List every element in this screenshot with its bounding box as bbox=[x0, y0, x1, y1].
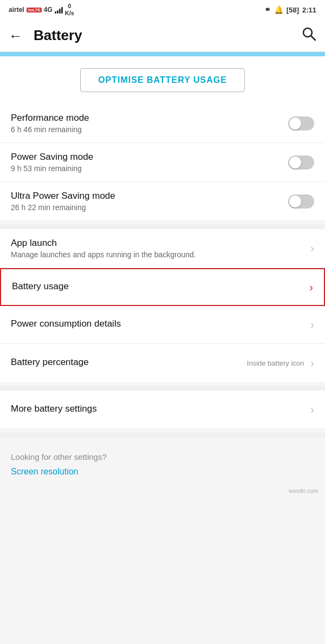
battery-usage-text: Battery usage bbox=[12, 281, 305, 294]
svg-point-0 bbox=[303, 28, 312, 37]
app-launch-title: App launch bbox=[11, 238, 306, 249]
power-consumption-title: Power consumption details bbox=[11, 318, 306, 329]
search-icon bbox=[301, 26, 316, 41]
app-launch-item[interactable]: App launch Manage launches and apps runn… bbox=[0, 229, 325, 268]
optimise-battery-button[interactable]: OPTIMISE BATTERY USAGE bbox=[80, 68, 245, 92]
nav-menu-section: App launch Manage launches and apps runn… bbox=[0, 229, 325, 382]
section-divider-1 bbox=[0, 225, 325, 229]
toggle-knob bbox=[289, 196, 301, 207]
data-speed: 0 K/s bbox=[65, 3, 74, 17]
section-divider-3 bbox=[0, 433, 325, 437]
toggle-knob bbox=[289, 157, 301, 168]
status-left: airtel VoLTE 4G 0 K/s bbox=[9, 3, 74, 17]
watermark: wsxdn.com bbox=[0, 485, 325, 498]
battery-percentage-item[interactable]: Battery percentage Inside battery icon › bbox=[0, 344, 325, 382]
bluetooth-icon: ⚭ bbox=[264, 5, 271, 14]
signal-bars bbox=[55, 6, 63, 14]
notification-bell-icon: 🔔 bbox=[274, 5, 283, 14]
toolbar: ← Battery bbox=[0, 19, 325, 52]
section-divider-2 bbox=[0, 386, 325, 391]
screen-resolution-link[interactable]: Screen resolution bbox=[11, 467, 314, 477]
power-saving-mode-title: Power Saving mode bbox=[11, 152, 288, 162]
battery-usage-title: Battery usage bbox=[12, 281, 305, 292]
battery-usage-item[interactable]: Battery usage › bbox=[0, 268, 325, 306]
toggle-knob bbox=[289, 118, 301, 129]
app-launch-text: App launch Manage launches and apps runn… bbox=[11, 238, 306, 259]
status-right: ⚭ 🔔 [58] 2:11 bbox=[264, 5, 316, 14]
accent-bar bbox=[0, 52, 325, 56]
chevron-right-icon: › bbox=[310, 357, 314, 369]
modes-section: Performance mode 6 h 46 min remaining Po… bbox=[0, 104, 325, 220]
svg-line-1 bbox=[311, 36, 316, 41]
battery-percentage-value: Inside battery icon bbox=[247, 359, 304, 367]
ultra-power-saving-mode-text: Ultra Power Saving mode 26 h 22 min rema… bbox=[11, 191, 288, 212]
search-button[interactable] bbox=[301, 26, 316, 45]
footer-suggestion: Looking for other settings? Screen resol… bbox=[0, 441, 325, 485]
battery-indicator: [58] bbox=[287, 6, 299, 14]
power-saving-mode-toggle[interactable] bbox=[288, 155, 314, 170]
ultra-power-saving-mode-title: Ultra Power Saving mode bbox=[11, 191, 288, 201]
page-title: Battery bbox=[34, 27, 301, 44]
more-battery-settings-text: More battery settings bbox=[11, 404, 306, 416]
network-gen: 4G bbox=[44, 6, 53, 14]
battery-percentage-text: Battery percentage bbox=[11, 357, 247, 369]
chevron-right-icon: › bbox=[310, 404, 314, 416]
optimise-section: OPTIMISE BATTERY USAGE bbox=[0, 56, 325, 104]
carrier-name: airtel bbox=[9, 6, 24, 14]
chevron-right-icon: › bbox=[310, 318, 314, 331]
volte-badge: VoLTE bbox=[27, 8, 42, 12]
battery-percentage-title: Battery percentage bbox=[11, 357, 247, 368]
more-battery-settings-title: More battery settings bbox=[11, 404, 306, 414]
ultra-power-saving-mode-toggle[interactable] bbox=[288, 194, 314, 209]
power-saving-mode-item[interactable]: Power Saving mode 9 h 53 min remaining bbox=[0, 143, 325, 182]
performance-mode-item[interactable]: Performance mode 6 h 46 min remaining bbox=[0, 104, 325, 143]
power-saving-mode-subtitle: 9 h 53 min remaining bbox=[11, 164, 288, 173]
chevron-right-icon: › bbox=[310, 242, 314, 255]
power-saving-mode-text: Power Saving mode 9 h 53 min remaining bbox=[11, 152, 288, 173]
power-consumption-text: Power consumption details bbox=[11, 318, 306, 331]
footer-label: Looking for other settings? bbox=[11, 452, 314, 461]
time-display: 2:11 bbox=[302, 6, 316, 14]
more-settings-section: More battery settings › bbox=[0, 391, 325, 428]
performance-mode-subtitle: 6 h 46 min remaining bbox=[11, 125, 288, 134]
back-button[interactable]: ← bbox=[9, 29, 23, 43]
chevron-right-icon: › bbox=[309, 281, 313, 294]
power-consumption-item[interactable]: Power consumption details › bbox=[0, 306, 325, 344]
status-bar: airtel VoLTE 4G 0 K/s ⚭ 🔔 [58] 2:11 bbox=[0, 0, 325, 19]
more-battery-settings-item[interactable]: More battery settings › bbox=[0, 391, 325, 428]
performance-mode-toggle[interactable] bbox=[288, 116, 314, 131]
app-launch-subtitle: Manage launches and apps running in the … bbox=[11, 250, 306, 259]
performance-mode-title: Performance mode bbox=[11, 113, 288, 123]
ultra-power-saving-mode-item[interactable]: Ultra Power Saving mode 26 h 22 min rema… bbox=[0, 182, 325, 220]
performance-mode-text: Performance mode 6 h 46 min remaining bbox=[11, 113, 288, 134]
ultra-power-saving-mode-subtitle: 26 h 22 min remaining bbox=[11, 203, 288, 212]
